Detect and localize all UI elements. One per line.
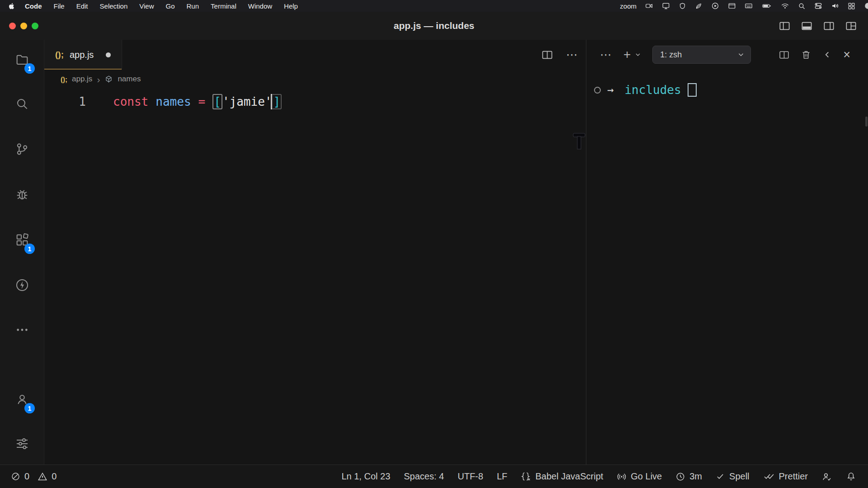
more-actions-icon[interactable]: ⋯ bbox=[566, 49, 578, 61]
wifi-icon[interactable] bbox=[781, 2, 789, 10]
eol-status-item[interactable]: LF bbox=[497, 471, 507, 482]
timer-label: 3m bbox=[689, 471, 702, 482]
zoom-window-button[interactable] bbox=[32, 23, 38, 29]
indentation-status-item[interactable]: Spaces: 4 bbox=[404, 471, 444, 482]
go-live-label: Go Live bbox=[631, 471, 662, 482]
keyboard-icon[interactable] bbox=[745, 2, 753, 10]
toggle-primary-sidebar-icon[interactable] bbox=[778, 20, 791, 32]
battery-icon[interactable] bbox=[761, 2, 772, 10]
play-circle-icon[interactable] bbox=[711, 2, 719, 10]
go-live-status-item[interactable]: Go Live bbox=[617, 471, 662, 482]
search-icon bbox=[15, 97, 29, 111]
accounts-button[interactable]: 1 bbox=[0, 381, 44, 418]
explorer-activity-button[interactable]: 1 bbox=[0, 41, 44, 78]
menubar-app-name[interactable]: Code bbox=[25, 2, 42, 10]
prettier-label: Prettier bbox=[779, 471, 808, 482]
notifications-bell-icon[interactable] bbox=[846, 471, 856, 482]
new-terminal-icon[interactable]: + bbox=[623, 48, 631, 61]
lightning-bolt-icon bbox=[15, 278, 29, 292]
menubar-item-help[interactable]: Help bbox=[284, 2, 298, 10]
babel-braces-icon bbox=[521, 471, 531, 482]
apple-menu-icon[interactable] bbox=[7, 2, 15, 10]
window-icon[interactable] bbox=[728, 2, 736, 10]
code-line-1: 1 const names = [ 'jamie' ] bbox=[44, 91, 586, 112]
window-title-bar: app.js — includes bbox=[0, 12, 868, 40]
zoom-menu-label[interactable]: zoom bbox=[620, 2, 637, 10]
customize-layout-icon[interactable] bbox=[845, 20, 857, 32]
menubar-item-run[interactable]: Run bbox=[187, 2, 199, 10]
language-mode-status-item[interactable]: Babel JavaScript bbox=[521, 471, 603, 482]
new-terminal-dropdown-chevron-icon[interactable] bbox=[634, 51, 642, 58]
run-debug-activity-button[interactable] bbox=[0, 176, 44, 213]
javascript-file-icon: (); bbox=[61, 75, 67, 83]
user-avatar-icon[interactable] bbox=[864, 2, 868, 10]
video-camera-icon[interactable] bbox=[645, 2, 653, 10]
control-center-icon[interactable] bbox=[814, 2, 822, 10]
prettier-status-item[interactable]: Prettier bbox=[763, 471, 808, 482]
breadcrumb: (); app.js › names bbox=[44, 70, 586, 89]
terminal-cursor bbox=[688, 83, 697, 97]
token-operator: = bbox=[198, 95, 206, 108]
tab-appjs[interactable]: (); app.js bbox=[44, 40, 122, 70]
chevron-down-icon bbox=[737, 51, 745, 59]
toggle-secondary-sidebar-icon[interactable] bbox=[823, 20, 835, 32]
spell-status-item[interactable]: Spell bbox=[716, 471, 749, 482]
git-branch-icon bbox=[15, 142, 29, 156]
spaces-grid-icon[interactable] bbox=[848, 2, 855, 10]
search-icon[interactable] bbox=[798, 2, 806, 10]
manage-settings-button[interactable] bbox=[0, 425, 44, 462]
chevron-left-icon[interactable] bbox=[822, 50, 832, 60]
panel-more-actions-icon[interactable]: ⋯ bbox=[600, 49, 612, 61]
split-editor-icon[interactable] bbox=[541, 49, 553, 61]
menubar-item-window[interactable]: Window bbox=[248, 2, 272, 10]
extensions-activity-button[interactable]: 1 bbox=[0, 221, 44, 258]
display-icon[interactable] bbox=[662, 2, 670, 10]
accounts-person-icon[interactable] bbox=[821, 471, 832, 482]
code-editor[interactable]: 1 const names = [ 'jamie' ] bbox=[44, 89, 586, 465]
symbol-cube-icon bbox=[104, 75, 113, 84]
close-window-button[interactable] bbox=[9, 23, 16, 29]
terminal-content[interactable]: → includes bbox=[586, 70, 868, 465]
menubar-item-go[interactable]: Go bbox=[166, 2, 175, 10]
modified-indicator-dot[interactable] bbox=[106, 52, 111, 57]
javascript-file-icon: (); bbox=[55, 50, 64, 60]
warnings-status-item[interactable]: 0 bbox=[38, 471, 57, 482]
menubar-item-terminal[interactable]: Terminal bbox=[211, 2, 236, 10]
terminal-prompt-line: → includes bbox=[594, 82, 868, 98]
clock-icon bbox=[675, 472, 685, 482]
cursor-position-status-item[interactable]: Ln 1, Col 23 bbox=[341, 471, 390, 482]
menubar-item-selection[interactable]: Selection bbox=[100, 2, 128, 10]
menubar-item-edit[interactable]: Edit bbox=[76, 2, 88, 10]
kill-terminal-trash-icon[interactable] bbox=[801, 49, 811, 60]
errors-status-item[interactable]: 0 bbox=[11, 471, 29, 482]
terminal-command-text: includes bbox=[624, 83, 681, 97]
minimize-window-button[interactable] bbox=[20, 23, 27, 29]
breadcrumb-symbol[interactable]: names bbox=[118, 75, 141, 84]
leaf-icon[interactable] bbox=[695, 2, 703, 10]
speaker-icon[interactable] bbox=[831, 2, 839, 10]
timer-status-item[interactable]: 3m bbox=[675, 471, 702, 482]
toggle-panel-icon[interactable] bbox=[801, 20, 813, 32]
search-activity-button[interactable] bbox=[0, 85, 44, 122]
source-control-activity-button[interactable] bbox=[0, 131, 44, 168]
split-terminal-icon[interactable] bbox=[778, 49, 790, 61]
token-close-bracket: ] bbox=[272, 94, 282, 109]
breadcrumb-file[interactable]: app.js bbox=[72, 75, 92, 84]
menubar-item-view[interactable]: View bbox=[139, 2, 154, 10]
terminal-picker-dropdown[interactable]: 1: zsh bbox=[652, 46, 751, 64]
layout-controls bbox=[778, 12, 857, 40]
explorer-badge: 1 bbox=[24, 63, 35, 74]
more-views-button[interactable] bbox=[0, 311, 44, 348]
close-panel-icon[interactable]: × bbox=[843, 49, 850, 61]
token-keyword: const bbox=[113, 95, 148, 108]
terminal-scrollbar-thumb[interactable] bbox=[865, 117, 868, 127]
errors-count: 0 bbox=[24, 471, 29, 482]
tab-label: app.js bbox=[70, 50, 94, 60]
window-title: app.js — includes bbox=[0, 20, 868, 31]
lightning-activity-button[interactable] bbox=[0, 267, 44, 304]
broadcast-icon bbox=[617, 472, 627, 482]
menubar-item-file[interactable]: File bbox=[54, 2, 65, 10]
shield-icon[interactable] bbox=[679, 2, 686, 10]
vscode-window: Code File Edit Selection View Go Run Ter… bbox=[0, 0, 868, 488]
encoding-status-item[interactable]: UTF-8 bbox=[458, 471, 483, 482]
